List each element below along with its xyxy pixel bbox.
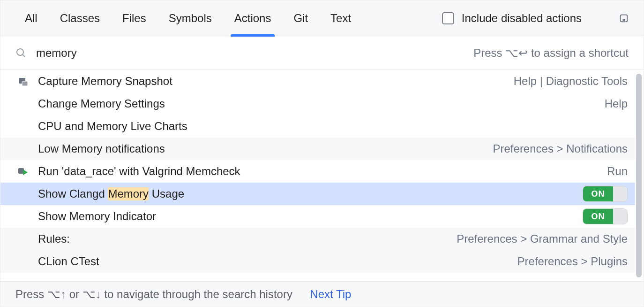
toggle-switch[interactable]: ON — [583, 186, 628, 202]
tab-files[interactable]: Files — [122, 0, 146, 36]
blank-icon — [15, 141, 30, 156]
next-tip-link[interactable]: Next Tip — [310, 288, 351, 301]
blank-icon — [15, 119, 30, 134]
include-disabled-checkbox[interactable]: Include disabled actions — [442, 12, 582, 25]
checkbox-box — [442, 12, 454, 24]
tab-all[interactable]: All — [25, 0, 37, 36]
result-label: Run 'data_race' with Valgrind Memcheck — [38, 165, 599, 178]
result-label: Show Clangd Memory Usage — [38, 187, 575, 200]
result-row[interactable]: Show Memory IndicatorON — [0, 205, 635, 228]
snapshot-icon — [15, 74, 30, 89]
result-row[interactable]: Low Memory notificationsPreferences > No… — [0, 138, 635, 160]
blank-icon — [15, 231, 30, 246]
tab-git[interactable]: Git — [293, 0, 308, 36]
blank-icon — [15, 96, 30, 111]
result-row[interactable]: Rules:Preferences > Grammar and Style — [0, 228, 635, 250]
result-context: Preferences > Grammar and Style — [457, 232, 628, 246]
footer-tip: Press ⌥↑ or ⌥↓ to navigate through the s… — [0, 281, 644, 307]
result-label: Show Memory Indicator — [38, 210, 575, 223]
tab-actions[interactable]: Actions — [234, 0, 271, 36]
blank-icon — [15, 209, 30, 224]
search-icon — [15, 47, 27, 59]
toggle-switch[interactable]: ON — [583, 208, 628, 224]
assign-shortcut-hint: Press ⌥↩ to assign a shortcut — [473, 46, 629, 60]
svg-line-2 — [22, 54, 25, 57]
search-everywhere-dialog: All Classes Files Symbols Actions Git Te… — [0, 0, 644, 307]
result-row[interactable]: Run 'data_race' with Valgrind MemcheckRu… — [0, 160, 635, 183]
result-context: Preferences > Plugins — [517, 255, 628, 268]
scrollbar-thumb[interactable] — [636, 74, 642, 277]
search-row: Press ⌥↩ to assign a shortcut — [0, 36, 644, 70]
svg-point-1 — [17, 49, 23, 55]
result-label: Change Memory Settings — [38, 97, 597, 110]
results-container: Capture Memory SnapshotHelp | Diagnostic… — [0, 70, 644, 281]
svg-rect-4 — [22, 81, 28, 86]
tab-classes[interactable]: Classes — [60, 0, 100, 36]
result-label: Capture Memory Snapshot — [38, 75, 506, 88]
tab-text[interactable]: Text — [330, 0, 351, 36]
result-row[interactable]: Change Memory SettingsHelp — [0, 92, 635, 115]
result-row[interactable]: CLion CTestPreferences > Plugins — [0, 250, 635, 273]
result-row[interactable]: Show Clangd Memory UsageON — [0, 183, 635, 205]
result-row[interactable]: Capture Memory SnapshotHelp | Diagnostic… — [0, 70, 635, 92]
blank-icon — [15, 254, 30, 269]
scrollbar[interactable] — [636, 74, 642, 277]
result-context: Run — [607, 165, 628, 178]
blank-icon — [15, 186, 30, 201]
result-label: Rules: — [38, 232, 449, 246]
result-row[interactable]: CPU and Memory Live Charts — [0, 115, 635, 138]
tab-symbols[interactable]: Symbols — [169, 0, 212, 36]
result-label: CLion CTest — [38, 255, 510, 268]
run-icon — [15, 164, 30, 179]
results-list[interactable]: Capture Memory SnapshotHelp | Diagnostic… — [0, 70, 635, 281]
result-context: Help — [605, 97, 628, 110]
result-label: CPU and Memory Live Charts — [38, 120, 628, 133]
include-disabled-label: Include disabled actions — [462, 12, 582, 25]
search-input[interactable] — [36, 46, 464, 60]
result-context: Help | Diagnostic Tools — [514, 75, 628, 88]
svg-rect-0 — [621, 15, 628, 22]
pin-icon[interactable] — [617, 12, 630, 25]
result-context: Preferences > Notifications — [493, 142, 628, 155]
result-label: Low Memory notifications — [38, 142, 486, 155]
search-tab-bar: All Classes Files Symbols Actions Git Te… — [0, 0, 644, 36]
